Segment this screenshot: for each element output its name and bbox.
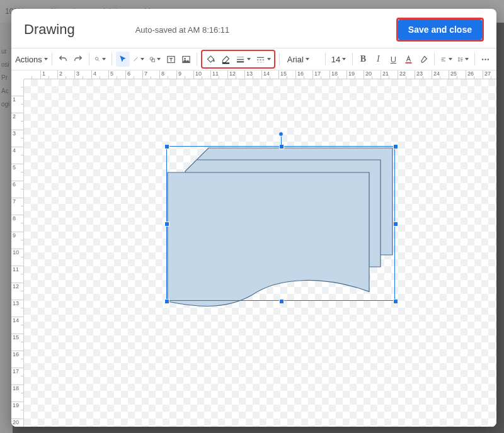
textbox-icon — [166, 55, 176, 64]
shape-tool[interactable] — [147, 52, 163, 67]
textbox-tool[interactable] — [164, 52, 178, 67]
resize-handle[interactable] — [393, 144, 398, 149]
shape-icon — [149, 55, 156, 64]
svg-rect-10 — [222, 62, 229, 64]
align-dropdown[interactable] — [438, 52, 454, 67]
line-tool[interactable] — [131, 52, 146, 67]
resize-handle[interactable] — [393, 222, 398, 227]
actions-menu[interactable]: Actions — [15, 52, 48, 67]
autosave-status: Auto-saved at AM 8:16:11 — [135, 25, 230, 35]
border-weight-button[interactable] — [234, 52, 253, 67]
underline-icon: U — [391, 55, 396, 64]
undo-button[interactable] — [56, 52, 70, 67]
resize-handle[interactable] — [164, 299, 169, 304]
rotate-handle[interactable] — [278, 132, 284, 137]
highlight-color-button[interactable] — [416, 52, 430, 67]
image-icon — [181, 55, 191, 64]
line-spacing-icon — [457, 55, 464, 64]
font-size-dropdown[interactable]: 14 — [329, 52, 348, 67]
highlight-icon — [419, 55, 428, 64]
dialog-header: Drawing Auto-saved at AM 8:16:11 Save an… — [11, 9, 496, 48]
bold-icon: B — [360, 54, 366, 64]
underline-button[interactable]: U — [386, 52, 400, 67]
fill-border-tools-highlight — [201, 50, 275, 69]
border-color-icon — [221, 55, 231, 64]
line-spacing-dropdown[interactable] — [455, 52, 471, 67]
select-tool[interactable] — [116, 52, 130, 67]
undo-icon — [58, 54, 68, 64]
vertical-ruler: 1234567891011121314151617181920 — [11, 79, 24, 427]
border-color-button[interactable] — [219, 52, 232, 67]
svg-rect-4 — [152, 59, 154, 61]
fill-icon — [206, 55, 215, 64]
svg-line-2 — [134, 57, 137, 61]
text-color-icon — [404, 55, 413, 64]
more-button[interactable] — [479, 52, 493, 67]
zoom-icon — [94, 55, 100, 64]
svg-rect-17 — [405, 62, 411, 63]
italic-button[interactable]: I — [371, 52, 385, 67]
line-icon — [133, 55, 139, 64]
bold-button[interactable]: B — [356, 52, 370, 67]
selection-box[interactable] — [166, 146, 395, 301]
svg-point-24 — [482, 59, 484, 60]
drawing-canvas[interactable] — [24, 79, 496, 427]
cursor-icon — [118, 55, 127, 64]
image-tool[interactable] — [179, 52, 193, 67]
more-icon — [481, 55, 490, 64]
font-family-dropdown[interactable]: Arial — [284, 52, 321, 67]
svg-point-25 — [485, 59, 487, 60]
text-color-button[interactable] — [401, 52, 415, 67]
drawing-toolbar: Actions — [11, 48, 496, 70]
horizontal-ruler: 1234567891011121314151617181920212223242… — [24, 70, 496, 79]
border-weight-icon — [236, 55, 245, 64]
align-icon — [440, 55, 447, 64]
border-dash-button[interactable] — [254, 52, 273, 67]
fill-color-button[interactable] — [203, 52, 217, 67]
italic-icon: I — [377, 54, 380, 64]
resize-handle[interactable] — [164, 222, 169, 227]
border-dash-icon — [256, 55, 265, 64]
svg-point-9 — [184, 58, 186, 60]
resize-handle[interactable] — [279, 299, 284, 304]
redo-button[interactable] — [71, 52, 85, 67]
resize-handle[interactable] — [279, 144, 284, 149]
save-close-highlight: Save and close — [396, 18, 484, 42]
resize-handle[interactable] — [393, 299, 398, 304]
svg-point-0 — [96, 57, 98, 60]
resize-handle[interactable] — [164, 144, 169, 149]
drawing-canvas-area: 1234567891011121314151617181920212223242… — [11, 70, 496, 427]
save-and-close-button[interactable]: Save and close — [398, 20, 482, 40]
svg-point-26 — [488, 59, 490, 60]
background-doc-outline: urosiPrAcogi — [0, 23, 13, 433]
dialog-title: Drawing — [24, 21, 75, 38]
drawing-dialog: Drawing Auto-saved at AM 8:16:11 Save an… — [11, 9, 496, 427]
zoom-dropdown[interactable] — [93, 52, 108, 67]
svg-line-1 — [98, 60, 100, 61]
redo-icon — [73, 54, 83, 64]
